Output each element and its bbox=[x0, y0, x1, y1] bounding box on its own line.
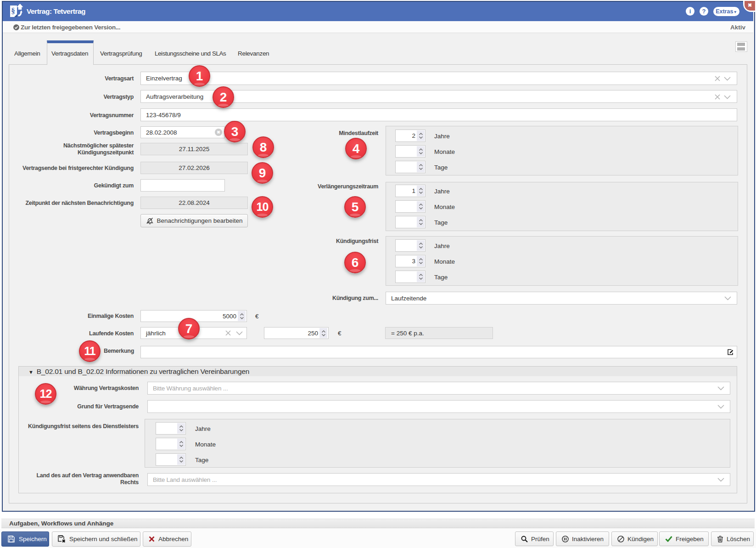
svg-text:§: § bbox=[11, 6, 15, 15]
